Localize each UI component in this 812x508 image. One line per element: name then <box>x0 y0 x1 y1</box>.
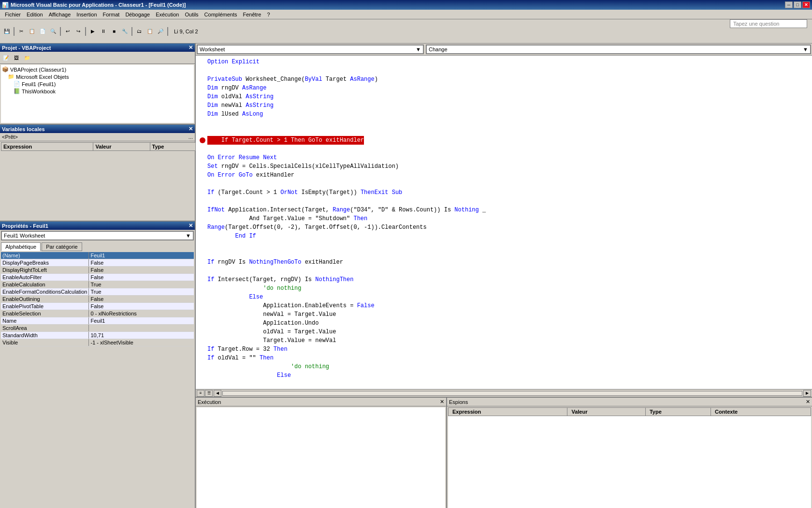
props-value: False <box>89 303 194 310</box>
toolbar-undo[interactable]: ↩ <box>63 27 72 36</box>
props-name: DisplayPageBreaks <box>1 259 89 267</box>
menu-debogage[interactable]: Débogage <box>122 11 153 18</box>
menu-help[interactable]: ? <box>264 11 273 18</box>
toolbar-break[interactable]: ⏸ <box>99 27 108 36</box>
code-line: oldVal = Target.Value <box>200 328 808 336</box>
scroll-right-btn[interactable]: ▶ <box>803 390 811 397</box>
variables-panel-header: Variables locales ✕ <box>0 125 195 133</box>
props-row[interactable]: (Name)Feuil1 <box>1 252 194 259</box>
toolbar-design[interactable]: 🔧 <box>120 27 130 36</box>
code-line: newVal = Target.Value <box>200 310 808 319</box>
toolbar: 💾 ✂ 📋 📄 🔍 ↩ ↪ ▶ ⏸ ■ 🔧 🗂 📋 🔎 Li 9, Col 2 … <box>0 19 812 44</box>
vars-expand-btn[interactable]: ... <box>188 134 193 140</box>
execution-content[interactable] <box>197 407 445 508</box>
code-scrollbar[interactable]: ≡ ☰ ◀ ▶ <box>196 389 812 397</box>
toolbar-sep-2 <box>60 27 61 36</box>
toolbar-props[interactable]: 📋 <box>145 27 155 36</box>
toolbar-run[interactable]: ▶ <box>88 27 98 36</box>
props-row[interactable]: EnableCalculationTrue <box>1 281 194 288</box>
code-line: If Not Application.Intersect(Target, Ran… <box>200 206 808 214</box>
tree-excel-objects[interactable]: 📁 Microsoft Excel Objets <box>8 73 193 80</box>
toolbar-cut[interactable]: ✂ <box>16 27 26 36</box>
tree-feuil1[interactable]: 📄 Feuil1 (Feuil1) <box>14 80 193 88</box>
code-line: Private Sub Worksheet_Change(ByVal Targe… <box>200 75 808 84</box>
view-module-btn[interactable]: ☰ <box>205 390 213 397</box>
props-panel-close[interactable]: ✕ <box>188 223 193 229</box>
props-row[interactable]: StandardWidth10,71 <box>1 332 194 339</box>
view-object-btn[interactable]: 🖼 <box>12 53 21 62</box>
toolbar-find[interactable]: 🔍 <box>48 27 58 36</box>
menu-execution[interactable]: Exécution <box>153 11 182 18</box>
toolbar-save[interactable]: 💾 <box>2 27 12 36</box>
toolbar-project[interactable]: 🗂 <box>134 27 144 36</box>
props-row[interactable]: Visible-1 - xlSheetVisible <box>1 339 194 346</box>
ask-question-box[interactable]: Tapez une question <box>730 19 807 28</box>
code-line <box>200 119 808 127</box>
props-row[interactable]: EnableOutliningFalse <box>1 296 194 303</box>
obj-dropdown-value: Worksheet <box>200 46 225 52</box>
espions-table: Expression Valeur Type Contexte <box>448 407 811 416</box>
toolbar-paste[interactable]: 📄 <box>38 27 47 36</box>
scroll-track[interactable] <box>222 391 802 396</box>
view-procedure-btn[interactable]: ≡ <box>197 390 204 397</box>
props-row[interactable]: ScrollArea <box>1 325 194 332</box>
object-dropdown[interactable]: Worksheet ▼ <box>197 45 424 54</box>
menu-affichage[interactable]: Affichage <box>46 11 74 18</box>
procedure-dropdown[interactable]: Change ▼ <box>426 45 811 54</box>
maximize-button[interactable]: □ <box>794 1 801 8</box>
props-row[interactable]: EnableAutoFilterFalse <box>1 274 194 281</box>
props-name: EnableFormatConditionsCalculation <box>1 288 89 296</box>
code-line: Dim lUsed As Long <box>200 110 808 119</box>
menu-complements[interactable]: Compléments <box>202 11 240 18</box>
tree-root[interactable]: 📦 VBAProject (Classeur1) <box>2 66 193 73</box>
menu-format[interactable]: Format <box>100 11 123 18</box>
tab-par-categorie[interactable]: Par catégorie <box>42 242 82 251</box>
props-row[interactable]: DisplayPageBreaksFalse <box>1 259 194 267</box>
code-line: Application.Undo <box>200 319 808 328</box>
menu-edition[interactable]: Edition <box>24 11 46 18</box>
menu-fenetre[interactable]: Fenêtre <box>240 11 264 18</box>
props-name: EnablePivotTable <box>1 303 89 310</box>
toolbar-obj-browser[interactable]: 🔎 <box>156 27 165 36</box>
toolbar-redo[interactable]: ↪ <box>73 27 83 36</box>
proc-dropdown-value: Change <box>429 46 448 52</box>
props-row[interactable]: EnableFormatConditionsCalculationTrue <box>1 288 194 296</box>
execution-panel-close[interactable]: ✕ <box>440 399 444 405</box>
scroll-left-btn[interactable]: ◀ <box>214 390 221 397</box>
props-row[interactable]: NameFeuil1 <box>1 317 194 325</box>
props-row[interactable]: EnablePivotTableFalse <box>1 303 194 310</box>
props-panel-title: Propriétés - Feuil1 <box>2 223 48 229</box>
toggle-folders-btn[interactable]: 📁 <box>22 53 32 62</box>
props-object-dropdown[interactable]: Feuil1 Worksheet ▼ <box>1 231 194 240</box>
menu-insertion[interactable]: Insertion <box>73 11 100 18</box>
execution-panel: Exécution ✕ ◀ ▶ <box>196 398 447 508</box>
props-row[interactable]: EnableSelection0 - xlNoRestrictions <box>1 310 194 317</box>
toolbar-copy[interactable]: 📋 <box>27 27 37 36</box>
breakpoint-marker <box>200 137 205 143</box>
code-line <box>200 66 808 75</box>
toolbar-stop[interactable]: ■ <box>109 27 119 36</box>
tab-alphabetique[interactable]: Alphabétique <box>1 242 41 251</box>
close-button[interactable]: ✕ <box>802 1 810 8</box>
props-name: Visible <box>1 339 89 346</box>
code-line: Else <box>200 371 808 380</box>
execution-panel-title: Exécution <box>198 399 221 405</box>
code-line: Dim oldVal As String <box>200 92 808 101</box>
menu-outils[interactable]: Outils <box>182 11 201 18</box>
props-name: StandardWidth <box>1 332 89 339</box>
props-name: DisplayRightToLeft <box>1 267 89 274</box>
toolbar-position: Li 9, Col 2 <box>170 29 202 34</box>
variables-panel-close[interactable]: ✕ <box>188 126 193 132</box>
code-area[interactable]: Option ExplicitPrivate Sub Worksheet_Cha… <box>196 56 812 389</box>
code-line: If Intersect(Target, rngDV) Is Nothing T… <box>200 275 808 284</box>
props-name: EnableCalculation <box>1 281 89 288</box>
minimize-button[interactable]: ─ <box>785 1 793 8</box>
menu-fichier[interactable]: Fichier <box>2 11 24 18</box>
view-code-btn[interactable]: 📝 <box>1 53 11 62</box>
tree-thisworkbook[interactable]: 📗 ThisWorkbook <box>14 88 193 95</box>
props-row[interactable]: DisplayRightToLeftFalse <box>1 267 194 274</box>
project-panel-close[interactable]: ✕ <box>188 45 193 51</box>
espions-panel-close[interactable]: ✕ <box>806 399 810 405</box>
title-controls[interactable]: ─ □ ✕ <box>785 1 810 8</box>
title-text: 📊 Microsoft Visual Basic pour Applicatio… <box>2 2 186 8</box>
